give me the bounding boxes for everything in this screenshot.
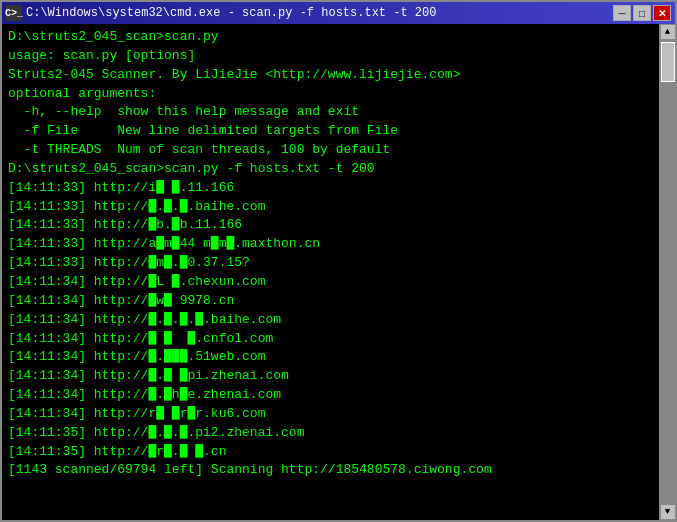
terminal-output[interactable]: D:\struts2_045_scan>scan.pyusage: scan.p… — [2, 24, 659, 520]
title-buttons: ─ □ ✕ — [613, 5, 671, 21]
scroll-thumb[interactable] — [661, 42, 675, 82]
terminal-line: [14:11:33] http://█m█.█0.37.15? — [8, 254, 653, 273]
terminal-line: [14:11:34] http://█.█.█.█.baihe.com — [8, 311, 653, 330]
title-bar: C>_ C:\Windows\system32\cmd.exe - scan.p… — [2, 2, 675, 24]
terminal-line: [14:11:33] http://█.█.█.baihe.com — [8, 198, 653, 217]
terminal-line: [14:11:33] http://█b.█b.11.166 — [8, 216, 653, 235]
window-title: C:\Windows\system32\cmd.exe - scan.py -f… — [26, 6, 436, 20]
window-body: D:\struts2_045_scan>scan.pyusage: scan.p… — [2, 24, 675, 520]
terminal-line: [14:11:34] http://r█ █r█r.ku6.com — [8, 405, 653, 424]
scrollbar[interactable]: ▲ ▼ — [659, 24, 675, 520]
terminal-line: [14:11:33] http://i█ █.11.166 — [8, 179, 653, 198]
terminal-line: [14:11:34] http://█.███.51web.com — [8, 348, 653, 367]
minimize-button[interactable]: ─ — [613, 5, 631, 21]
terminal-line: D:\struts2_045_scan>scan.py -f hosts.txt… — [8, 160, 653, 179]
terminal-line: -f File New line delimited targets from … — [8, 122, 653, 141]
terminal-line: [14:11:34] http://█.█h█e.zhenai.com — [8, 386, 653, 405]
terminal-line: optional arguments: — [8, 85, 653, 104]
cmd-icon: C>_ — [6, 5, 22, 21]
close-button[interactable]: ✕ — [653, 5, 671, 21]
scroll-track[interactable] — [660, 40, 676, 504]
terminal-line: usage: scan.py [options] — [8, 47, 653, 66]
terminal-line: [14:11:34] http://█w█ 9978.cn — [8, 292, 653, 311]
terminal-line: [14:11:34] http://█.█ █pi.zhenai.com — [8, 367, 653, 386]
terminal-line: Struts2-045 Scanner. By LiJieJie <http:/… — [8, 66, 653, 85]
terminal-line: [14:11:35] http://█r█.█ █.cn — [8, 443, 653, 462]
terminal-line: D:\struts2_045_scan>scan.py — [8, 28, 653, 47]
terminal-line: [14:11:35] http://█.█.█.pi2.zhenai.com — [8, 424, 653, 443]
terminal-line: -h, --help show this help message and ex… — [8, 103, 653, 122]
title-bar-left: C>_ C:\Windows\system32\cmd.exe - scan.p… — [6, 5, 436, 21]
terminal-line: [1143 scanned/69794 left] Scanning http:… — [8, 461, 653, 480]
maximize-button[interactable]: □ — [633, 5, 651, 21]
terminal-line: [14:11:33] http://a█m█44 m█m█.maxthon.cn — [8, 235, 653, 254]
scroll-down-button[interactable]: ▼ — [660, 504, 676, 520]
cmd-window: C>_ C:\Windows\system32\cmd.exe - scan.p… — [0, 0, 677, 522]
terminal-line: [14:11:34] http://█ █ █.cnfol.com — [8, 330, 653, 349]
terminal-line: -t THREADS Num of scan threads, 100 by d… — [8, 141, 653, 160]
scroll-up-button[interactable]: ▲ — [660, 24, 676, 40]
terminal-line: [14:11:34] http://█L █.chexun.com — [8, 273, 653, 292]
